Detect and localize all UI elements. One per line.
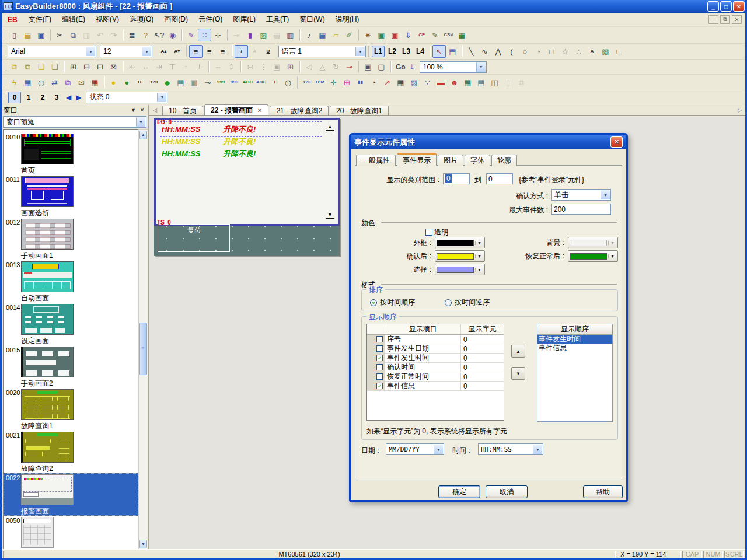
previous-state-icon[interactable]: ◀: [66, 93, 71, 102]
transparent-checkbox[interactable]: 透明: [425, 228, 448, 237]
window-list-scrollbar[interactable]: ▲ ▼: [138, 130, 148, 550]
animation-button[interactable]: ⊞: [340, 76, 354, 89]
picture-button[interactable]: ▧: [599, 45, 612, 58]
context-help-button[interactable]: ↖?: [152, 29, 166, 41]
bar-graph-button[interactable]: ▮▮: [354, 76, 367, 89]
pie-button[interactable]: ◔: [532, 45, 545, 58]
set-bit-button[interactable]: H·: [134, 76, 147, 89]
indirect-window-button[interactable]: ·F: [268, 76, 281, 89]
shrink-height-button[interactable]: ⊠: [107, 61, 120, 74]
data-sampling-button[interactable]: ▤: [474, 76, 488, 89]
state-0-button[interactable]: 0: [8, 92, 21, 103]
offline-simulation-button[interactable]: ▣: [375, 29, 388, 41]
bring-forward-button[interactable]: ❏: [34, 61, 48, 74]
frame-button[interactable]: ∟: [612, 45, 626, 58]
chevron-down-icon[interactable]: ▼: [533, 444, 542, 454]
system-clock-button[interactable]: ◷: [281, 76, 295, 89]
tab-22[interactable]: 22 - 报警画面✕: [204, 104, 268, 116]
color-swatch-button[interactable]: ▼: [435, 264, 485, 275]
menu-option[interactable]: 选项(O): [124, 14, 159, 24]
color-swatch-button[interactable]: ▼: [435, 250, 485, 262]
text-button[interactable]: A: [585, 45, 599, 58]
zoom-select[interactable]: 100 % ▼: [420, 61, 487, 73]
window-item-0015[interactable]: 0015手动画面2: [4, 345, 138, 388]
state-select[interactable]: 状态 0 ▼: [86, 92, 167, 103]
panel-collapse-icon[interactable]: ▼: [129, 106, 138, 114]
italic-button[interactable]: I: [235, 45, 248, 58]
compile-button[interactable]: ✷: [361, 29, 375, 41]
calendar-button[interactable]: ▦: [88, 76, 102, 89]
category-from-input[interactable]: 0: [443, 173, 470, 184]
plc-control-button[interactable]: ϟ: [8, 76, 21, 89]
move-down-button[interactable]: ▼: [511, 367, 525, 380]
address-book-button[interactable]: ▮: [243, 29, 257, 41]
save-button[interactable]: ▣: [34, 29, 48, 41]
data-table-button[interactable]: ▦: [455, 29, 469, 41]
bring-to-front-button[interactable]: ⧉: [8, 61, 21, 74]
numeric-display-button[interactable]: 999: [214, 76, 228, 89]
align-center-button[interactable]: ≡: [203, 45, 216, 58]
dialog-tab-4[interactable]: 轮廓: [491, 155, 517, 166]
numeric-input-button[interactable]: 999: [228, 76, 241, 89]
system-parameters-button[interactable]: ▦: [21, 76, 34, 89]
trend-display-button[interactable]: ↗: [381, 76, 394, 89]
order-list-item[interactable]: 事件信息: [537, 344, 612, 352]
chevron-down-icon[interactable]: ▼: [434, 444, 443, 454]
dialog-tab-3[interactable]: 字体: [465, 155, 490, 166]
menu-file[interactable]: 文件(F): [23, 14, 57, 24]
state-1-button[interactable]: 1: [22, 92, 35, 103]
row-checkbox[interactable]: [376, 373, 383, 380]
time-format-select[interactable]: HH:MM:SS ▼: [478, 443, 543, 455]
window-item-0022[interactable]: 0022报警画面: [4, 473, 138, 516]
pen-button[interactable]: ✎: [184, 29, 198, 41]
scroll-up-icon[interactable]: ▲: [139, 131, 147, 139]
layer-l3-button[interactable]: L3: [400, 46, 413, 57]
set-word-button[interactable]: 123: [147, 76, 160, 89]
chevron-down-icon[interactable]: ▼: [355, 47, 365, 56]
table-row[interactable]: 事件发生日期0: [367, 344, 504, 354]
dialog-tab-1[interactable]: 事件显示: [397, 153, 437, 166]
layer-l2-button[interactable]: L2: [386, 46, 399, 57]
group-button[interactable]: ▣: [361, 61, 375, 74]
menu-tools[interactable]: 工具(T): [261, 14, 294, 24]
table-row[interactable]: ✓事件发生时间0: [367, 354, 504, 363]
enlarge-font-button[interactable]: A▴: [157, 45, 170, 58]
keyboard-button[interactable]: ▦: [316, 29, 329, 41]
table-row[interactable]: ✓事件信息0: [367, 382, 504, 391]
picture-display-button[interactable]: ▨: [407, 76, 421, 89]
menu-view[interactable]: 视图(V): [90, 14, 124, 24]
font-select[interactable]: Arial ▼: [8, 46, 96, 57]
color-swatch-button[interactable]: ▼: [568, 250, 618, 262]
minimize-button[interactable]: _: [707, 1, 719, 12]
open-button[interactable]: ▤: [21, 29, 34, 41]
radio-icon[interactable]: [445, 299, 452, 306]
maximize-button[interactable]: □: [720, 1, 732, 12]
recipe-editor-button[interactable]: ✎: [428, 29, 442, 41]
new-button[interactable]: ▯: [8, 29, 21, 41]
snap-button[interactable]: ⊹: [211, 29, 225, 41]
download-button[interactable]: ⇓: [402, 29, 415, 41]
select-button[interactable]: ↖: [432, 45, 446, 58]
recipe-transfer-button[interactable]: ⧉: [61, 76, 75, 89]
multi-duplicate-button[interactable]: ⊞: [284, 61, 297, 74]
history-data-display-button[interactable]: ▦: [394, 76, 407, 89]
screen-canvas[interactable]: ED_0 HH:MM:SS升降不良!HH:MM:SS升降不良!HH:MM:SS升…: [154, 118, 340, 256]
state-2-button[interactable]: 2: [36, 92, 49, 103]
sort-option-0[interactable]: 按时间顺序: [370, 298, 415, 307]
window-item-0050[interactable]: 0050: [4, 516, 138, 550]
row-checkbox[interactable]: [376, 336, 383, 342]
event-scroll-down-icon[interactable]: ▼: [326, 212, 334, 219]
about-button[interactable]: ?: [139, 29, 152, 41]
language-select[interactable]: 语言 1 ▼: [278, 46, 366, 57]
underline-button[interactable]: U: [261, 45, 275, 58]
window-preview-select[interactable]: 窗口预览 ▼: [3, 116, 146, 128]
cf-card-button[interactable]: CF: [415, 29, 428, 41]
checkbox-icon[interactable]: [425, 229, 432, 236]
print-button[interactable]: ≣: [125, 29, 139, 41]
enlarge-height-button[interactable]: ⊡: [93, 61, 107, 74]
polygon-button[interactable]: ☆: [558, 45, 572, 58]
ack-mode-select[interactable]: 单击 ▼: [551, 189, 611, 201]
scale-button[interactable]: ∴: [572, 45, 585, 58]
bit-lamp-button[interactable]: ●: [107, 76, 120, 89]
sound-library-button[interactable]: ♪: [302, 29, 316, 41]
